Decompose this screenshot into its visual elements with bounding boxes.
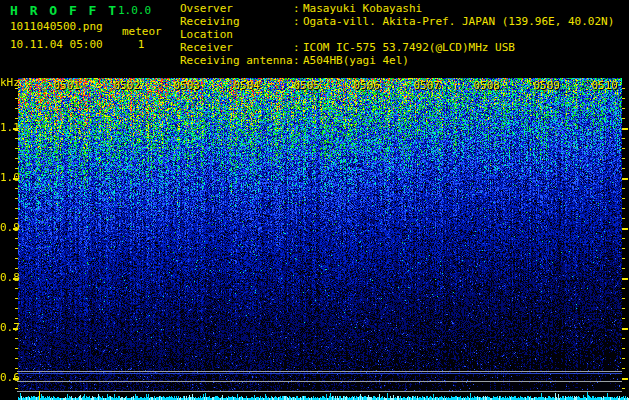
axis-tick (622, 88, 625, 89)
axis-tick (15, 138, 18, 139)
axis-tick (15, 88, 18, 89)
info-separator: : (293, 54, 303, 67)
info-separator: : (293, 15, 303, 41)
axis-tick (622, 288, 625, 289)
axis-tick (15, 348, 18, 349)
spectrogram-canvas (18, 78, 622, 392)
time-tick-label: 0505 (286, 80, 320, 92)
info-label: Receiving Location (180, 15, 293, 41)
screen: H R O F F T 1.0.0 1011040500.png meteor … (0, 0, 629, 400)
axis-tick (622, 198, 625, 199)
info-row-receiver: Receiver : ICOM IC-575 53.7492(@LCD)MHz … (180, 41, 614, 54)
axis-tick (622, 378, 628, 380)
axis-tick (622, 98, 625, 99)
time-tick-label: 0510 (584, 80, 618, 92)
axis-tick (622, 318, 625, 319)
freq-tick-label: 1.0 (0, 173, 13, 183)
carrier-line (18, 373, 622, 374)
freq-tick-label: 0.8 (0, 273, 13, 283)
output-file-name: 1011040500.png (10, 20, 103, 33)
axis-tick (15, 168, 18, 169)
time-tick-label: 0503 (166, 80, 200, 92)
axis-tick (15, 98, 18, 99)
time-tick-label: 0508 (466, 80, 500, 92)
datetime-label: 10.11.04 05:00 (10, 38, 103, 51)
time-tick-label: 0509 (526, 80, 560, 92)
axis-tick (622, 218, 625, 219)
freq-tick-label: 0.7 (0, 323, 13, 333)
axis-tick (15, 158, 18, 159)
axis-tick (13, 378, 18, 380)
axis-tick (15, 238, 18, 239)
axis-tick (622, 368, 625, 369)
station-info: Ovserver : Masayuki Kobayashi Receiving … (180, 2, 614, 67)
app-title: H R O F F T (10, 3, 118, 18)
axis-tick (622, 328, 628, 330)
level-strip-marker (39, 391, 40, 400)
axis-tick (622, 178, 628, 180)
info-value: Masayuki Kobayashi (303, 2, 422, 15)
axis-tick (15, 188, 18, 189)
axis-tick (622, 348, 625, 349)
axis-tick (15, 248, 18, 249)
info-row-antenna: Receiving antenna : A504HB(yagi 4el) (180, 54, 614, 67)
axis-tick (622, 228, 628, 230)
axis-tick (622, 278, 628, 280)
axis-tick (15, 218, 18, 219)
meteor-count: 1 (122, 38, 160, 51)
axis-tick (15, 198, 18, 199)
time-tick-label: 0506 (346, 80, 380, 92)
axis-tick (15, 298, 18, 299)
reference-line (17, 381, 622, 382)
info-value: A504HB(yagi 4el) (303, 54, 409, 67)
axis-tick (622, 238, 625, 239)
info-separator: : (293, 41, 303, 54)
axis-tick (13, 178, 18, 180)
info-label: Ovserver (180, 2, 293, 15)
info-value: Ogata-vill. Akita-Pref. JAPAN (139.96E, … (303, 15, 614, 41)
axis-tick (622, 298, 625, 299)
axis-tick (622, 358, 625, 359)
reference-line (17, 371, 622, 372)
axis-tick (622, 308, 625, 309)
info-row-location: Receiving Location : Ogata-vill. Akita-P… (180, 15, 614, 41)
axis-tick (15, 108, 18, 109)
level-strip-canvas (18, 392, 629, 400)
axis-tick (15, 388, 18, 389)
axis-tick (622, 268, 625, 269)
axis-tick (622, 148, 625, 149)
axis-tick (13, 128, 18, 130)
time-tick-label: 0501 (46, 80, 80, 92)
axis-tick (622, 108, 625, 109)
axis-tick (622, 338, 625, 339)
axis-tick (13, 328, 18, 330)
axis-tick (622, 118, 625, 119)
axis-tick (622, 208, 625, 209)
axis-tick (15, 258, 18, 259)
mode-label: meteor (122, 25, 160, 38)
axis-tick (622, 388, 625, 389)
axis-tick (15, 148, 18, 149)
axis-tick (15, 268, 18, 269)
axis-tick (15, 308, 18, 309)
freq-tick-label: 1.1 (0, 123, 13, 133)
time-tick-label: 0507 (406, 80, 440, 92)
axis-tick (13, 228, 18, 230)
axis-tick (622, 128, 628, 130)
info-label: Receiving antenna (180, 54, 293, 67)
axis-tick (15, 208, 18, 209)
axis-tick (15, 368, 18, 369)
freq-tick-label: 0.9 (0, 223, 13, 233)
axis-tick (15, 318, 18, 319)
axis-tick (622, 248, 625, 249)
info-separator: : (293, 2, 303, 15)
axis-tick (13, 278, 18, 280)
axis-tick (622, 138, 625, 139)
info-label: Receiver (180, 41, 293, 54)
axis-tick (15, 338, 18, 339)
time-tick-label: 0504 (226, 80, 260, 92)
info-value: ICOM IC-575 53.7492(@LCD)MHz USB (303, 41, 515, 54)
axis-tick (622, 258, 625, 259)
axis-tick (622, 168, 625, 169)
axis-tick (622, 188, 625, 189)
